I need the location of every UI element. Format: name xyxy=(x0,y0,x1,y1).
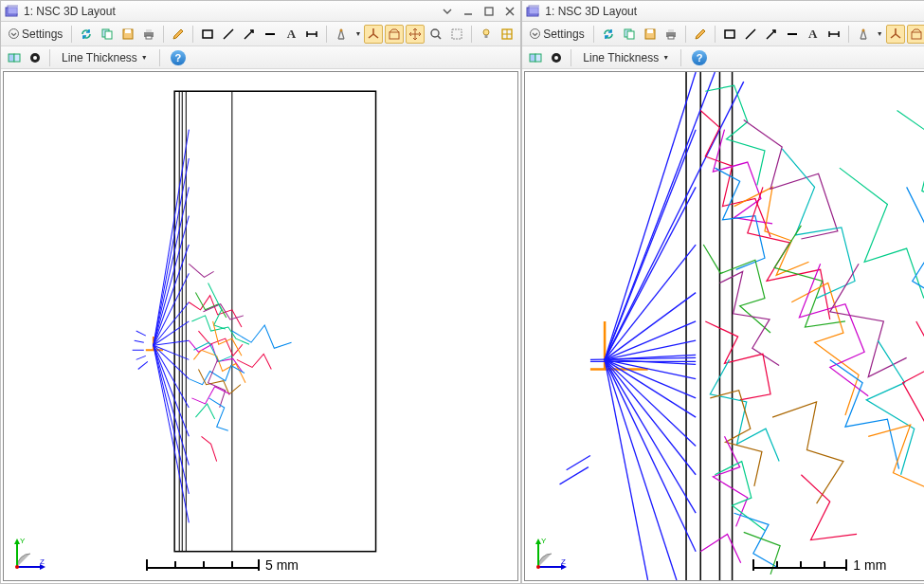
pencil-icon xyxy=(694,27,707,41)
axis-icon xyxy=(889,27,902,41)
move-tool[interactable] xyxy=(406,25,425,44)
pencil-button[interactable] xyxy=(691,25,710,44)
dropdown-button[interactable] xyxy=(441,5,454,18)
window-right: 1: NSC 3D Layout Settings A ▼ xyxy=(521,0,924,584)
save-button[interactable] xyxy=(118,25,137,44)
zoom-tool[interactable] xyxy=(426,25,445,44)
rectangle-tool[interactable] xyxy=(198,25,217,44)
rectangle-tool[interactable] xyxy=(720,25,739,44)
arrow-tool[interactable] xyxy=(240,25,259,44)
compass-dropdown[interactable]: ▼ xyxy=(353,25,362,44)
axis-tool-active[interactable] xyxy=(364,25,383,44)
pencil-button[interactable] xyxy=(169,25,188,44)
print-button[interactable] xyxy=(139,25,158,44)
svg-line-121 xyxy=(605,72,696,359)
settings-toggle[interactable]: Settings xyxy=(5,25,66,44)
svg-line-98 xyxy=(891,34,896,38)
line-tool[interactable] xyxy=(219,25,238,44)
viewport-right[interactable]: Y Z 1 mm xyxy=(524,71,924,581)
camera-button[interactable] xyxy=(547,48,566,67)
chevron-down-icon: ▼ xyxy=(354,30,361,37)
svg-rect-87 xyxy=(668,36,674,39)
target-tool[interactable] xyxy=(498,25,516,44)
text-tool[interactable]: A xyxy=(804,25,823,44)
scale-bar: 5 mm xyxy=(146,557,299,573)
svg-line-65 xyxy=(136,356,146,359)
help-button[interactable]: ? xyxy=(692,50,707,65)
svg-rect-13 xyxy=(146,36,152,39)
svg-rect-38 xyxy=(14,54,20,62)
lamp-icon xyxy=(480,27,493,41)
svg-rect-10 xyxy=(125,29,131,33)
svg-line-60 xyxy=(154,345,189,494)
chevron-down-icon: ▼ xyxy=(877,30,883,37)
svg-line-55 xyxy=(154,345,189,359)
refresh-icon xyxy=(602,27,615,41)
svg-rect-37 xyxy=(9,54,14,62)
compass-tool[interactable] xyxy=(854,25,873,44)
toolbar-row-1: Settings A ▼ xyxy=(1,22,520,46)
svg-line-30 xyxy=(438,36,441,39)
svg-rect-31 xyxy=(452,29,462,39)
camera-button[interactable] xyxy=(26,48,45,67)
svg-rect-86 xyxy=(668,29,674,32)
ray-trace-plot xyxy=(4,72,517,580)
grid3d-tool[interactable] xyxy=(385,25,404,44)
fit-tool[interactable] xyxy=(447,25,466,44)
window-mgmt-button[interactable] xyxy=(5,48,24,67)
copy-icon xyxy=(100,27,114,41)
line-thickness-dropdown[interactable]: Line Thickness ▼ xyxy=(55,48,154,67)
separator xyxy=(685,26,686,43)
svg-rect-41 xyxy=(174,91,375,551)
line-thickness-label: Line Thickness xyxy=(62,51,137,64)
horizontal-line-tool[interactable] xyxy=(783,25,802,44)
fit-icon xyxy=(450,27,463,41)
window-mgmt-button[interactable] xyxy=(526,48,545,67)
compass-tool[interactable] xyxy=(332,25,351,44)
refresh-button[interactable] xyxy=(77,25,96,44)
svg-text:Z: Z xyxy=(40,557,45,566)
svg-line-137 xyxy=(605,359,696,513)
svg-text:Y: Y xyxy=(20,537,26,545)
viewport-left[interactable]: Y Z 5 mm xyxy=(3,71,518,581)
settings-toggle[interactable]: Settings xyxy=(526,25,588,44)
lamp-tool[interactable] xyxy=(477,25,496,44)
copy-icon xyxy=(623,27,636,41)
compass-dropdown[interactable]: ▼ xyxy=(875,25,884,44)
horizontal-line-tool[interactable] xyxy=(261,25,280,44)
svg-line-123 xyxy=(605,82,744,359)
svg-rect-84 xyxy=(647,29,653,33)
svg-line-59 xyxy=(154,345,189,465)
copy-button[interactable] xyxy=(98,25,117,44)
dimension-tool[interactable] xyxy=(302,25,321,44)
dimension-tool[interactable] xyxy=(824,25,843,44)
window-title: 1: NSC 3D Layout xyxy=(543,5,924,18)
arrow-tool[interactable] xyxy=(762,25,781,44)
maximize-button[interactable] xyxy=(482,5,496,18)
chevron-down-icon xyxy=(530,28,540,39)
chevron-down-icon xyxy=(9,28,19,39)
svg-line-136 xyxy=(605,359,696,474)
separator xyxy=(163,26,164,43)
toolbar-row-1: Settings A ▼ xyxy=(522,22,924,46)
separator xyxy=(680,49,681,66)
axis-tool-active[interactable] xyxy=(886,25,905,44)
save-button[interactable] xyxy=(641,25,660,44)
minimize-button[interactable] xyxy=(462,5,475,18)
print-button[interactable] xyxy=(661,25,680,44)
copy-button[interactable] xyxy=(620,25,639,44)
svg-rect-88 xyxy=(725,30,734,38)
rectangle-icon xyxy=(723,27,736,41)
help-button[interactable]: ? xyxy=(171,50,186,65)
line-thickness-dropdown[interactable]: Line Thickness ▼ xyxy=(576,48,676,67)
refresh-button[interactable] xyxy=(599,25,618,44)
app-icon xyxy=(5,5,18,18)
svg-line-90 xyxy=(767,30,775,39)
svg-text:Y: Y xyxy=(541,537,547,545)
close-button[interactable] xyxy=(503,5,516,18)
text-tool[interactable]: A xyxy=(281,25,300,44)
line-tool[interactable] xyxy=(741,25,760,44)
ray-trace-plot-zoom xyxy=(525,72,924,580)
target-icon xyxy=(500,27,514,41)
grid3d-tool[interactable] xyxy=(907,25,924,44)
